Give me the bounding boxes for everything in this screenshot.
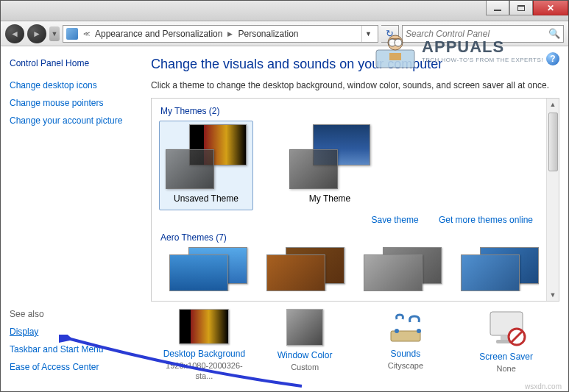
see-also-display[interactable]: Display bbox=[10, 327, 133, 337]
address-dropdown[interactable]: ▼ bbox=[361, 26, 375, 42]
control-panel-window: ✕ ◄ ► ▼ ≪ Appearance and Personalization… bbox=[0, 0, 569, 392]
maximize-button[interactable] bbox=[509, 1, 533, 15]
themes-panel: My Themes (2) Unsaved Theme bbox=[151, 98, 559, 302]
screen-saver-value: None bbox=[496, 364, 515, 373]
desktop-background-item[interactable]: Desktop Background 1920x1080-2000326-sta… bbox=[160, 309, 248, 381]
sounds-value: Cityscape bbox=[388, 361, 423, 370]
close-button[interactable]: ✕ bbox=[533, 1, 568, 15]
theme-label: My Theme bbox=[309, 193, 350, 204]
main-content: ? Change the visuals and sounds on your … bbox=[142, 46, 568, 391]
footer-credit: wsxdn.com bbox=[525, 382, 562, 391]
recent-dropdown[interactable]: ▼ bbox=[49, 26, 60, 41]
aero-theme-item[interactable] bbox=[364, 247, 442, 291]
personalization-settings-row: Desktop Background 1920x1080-2000326-sta… bbox=[151, 302, 559, 385]
aero-theme-item[interactable] bbox=[266, 247, 344, 291]
screen-saver-label: Screen Saver bbox=[462, 352, 551, 362]
forward-button[interactable]: ► bbox=[27, 24, 46, 43]
window-color-icon bbox=[286, 309, 323, 346]
themes-content: My Themes (2) Unsaved Theme bbox=[152, 99, 546, 301]
titlebar: ✕ bbox=[1, 1, 568, 21]
see-also-header: See also bbox=[10, 309, 133, 319]
scroll-down-button[interactable]: ▼ bbox=[547, 288, 559, 301]
breadcrumb-level2[interactable]: Personalization bbox=[238, 29, 298, 39]
theme-my-theme[interactable]: My Theme bbox=[283, 121, 377, 210]
sounds-label: Sounds bbox=[361, 349, 450, 359]
svg-point-2 bbox=[417, 329, 421, 333]
sidebar-link-account-picture[interactable]: Change your account picture bbox=[10, 115, 133, 126]
my-themes-row: Unsaved Theme My Theme bbox=[159, 121, 539, 210]
more-themes-link[interactable]: Get more themes online bbox=[439, 215, 533, 225]
my-themes-header: My Themes (2) bbox=[160, 106, 539, 116]
desktop-background-value: 1920x1080-2000326-sta... bbox=[166, 361, 243, 380]
window-color-label: Window Color bbox=[261, 350, 349, 360]
svg-point-1 bbox=[395, 329, 399, 333]
window-color-item[interactable]: Window Color Custom bbox=[261, 309, 349, 381]
sidebar: Control Panel Home Change desktop icons … bbox=[1, 46, 142, 391]
control-panel-home-link[interactable]: Control Panel Home bbox=[10, 58, 133, 68]
scroll-up-button[interactable]: ▲ bbox=[547, 99, 559, 111]
aero-themes-header: Aero Themes (7) bbox=[160, 232, 539, 243]
theme-unsaved[interactable]: Unsaved Theme bbox=[159, 121, 253, 210]
theme-thumb bbox=[289, 124, 370, 189]
see-also-ease-of-access[interactable]: Ease of Access Center bbox=[10, 362, 133, 372]
theme-thumb bbox=[166, 124, 247, 189]
help-icon[interactable]: ? bbox=[546, 52, 559, 65]
scrollbar[interactable]: ▲ ▼ bbox=[546, 99, 559, 301]
sidebar-link-mouse-pointers[interactable]: Change mouse pointers bbox=[10, 98, 133, 108]
body-area: Control Panel Home Change desktop icons … bbox=[1, 46, 568, 391]
scroll-thumb[interactable] bbox=[548, 113, 558, 171]
back-button[interactable]: ◄ bbox=[5, 24, 24, 43]
search-icon[interactable]: 🔍 bbox=[548, 28, 560, 39]
aero-theme-item[interactable] bbox=[169, 247, 247, 291]
theme-label: Unsaved Theme bbox=[174, 193, 238, 204]
screen-saver-item[interactable]: Screen Saver None bbox=[462, 309, 551, 381]
page-description: Click a theme to change the desktop back… bbox=[151, 79, 559, 92]
page-title: Change the visuals and sounds on your co… bbox=[151, 57, 559, 72]
desktop-background-label: Desktop Background bbox=[160, 349, 248, 359]
window-color-value: Custom bbox=[291, 363, 319, 371]
save-theme-link[interactable]: Save theme bbox=[372, 215, 419, 225]
search-box[interactable]: 🔍 bbox=[402, 25, 564, 43]
sidebar-link-desktop-icons[interactable]: Change desktop icons bbox=[10, 80, 133, 90]
screen-saver-icon bbox=[486, 309, 527, 347]
desktop-background-icon bbox=[179, 309, 229, 344]
minimize-button[interactable] bbox=[486, 1, 509, 15]
aero-theme-item[interactable] bbox=[461, 247, 539, 291]
search-input[interactable] bbox=[406, 29, 548, 39]
navigation-bar: ◄ ► ▼ ≪ Appearance and Personalization ▶… bbox=[1, 21, 568, 46]
see-also-taskbar[interactable]: Taskbar and Start Menu bbox=[10, 344, 133, 354]
sounds-icon bbox=[381, 309, 431, 344]
address-bar[interactable]: ≪ Appearance and Personalization ▶ Perso… bbox=[63, 25, 378, 43]
chevron-right-icon[interactable]: ▶ bbox=[225, 30, 235, 38]
breadcrumb-level1[interactable]: Appearance and Personalization bbox=[95, 29, 222, 39]
sounds-item[interactable]: Sounds Cityscape bbox=[361, 309, 450, 381]
refresh-button[interactable]: ↻ bbox=[381, 25, 399, 43]
control-panel-icon bbox=[66, 28, 78, 40]
aero-themes-row bbox=[159, 247, 539, 291]
theme-links: Save theme Get more themes online bbox=[159, 215, 533, 225]
chevron-icon[interactable]: ≪ bbox=[81, 30, 92, 38]
